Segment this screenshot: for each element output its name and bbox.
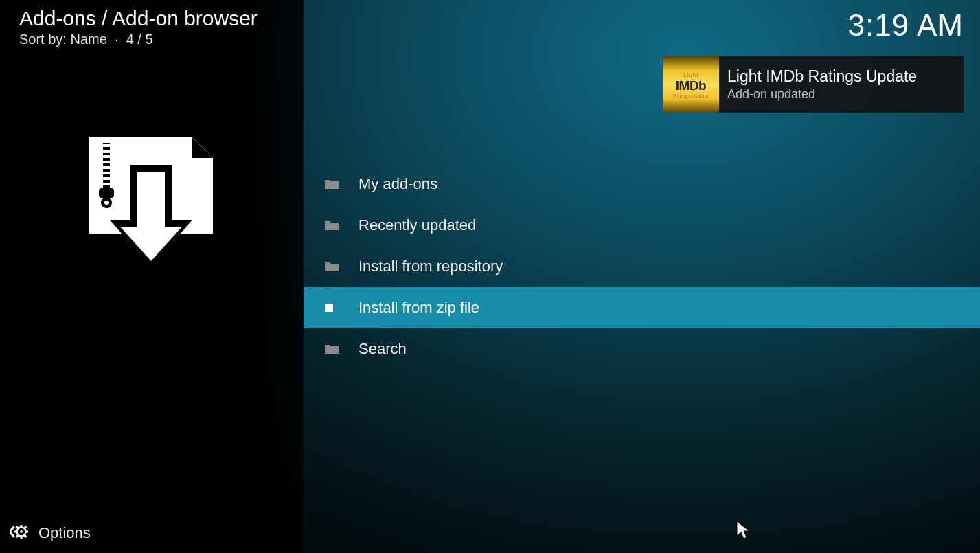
sort-value: Name bbox=[70, 32, 106, 47]
menu-item-label: Install from zip file bbox=[358, 299, 479, 317]
notification-toast: Light IMDb Ratings Update Light IMDb Rat… bbox=[663, 56, 964, 113]
footer-bar: Options bbox=[0, 513, 980, 553]
svg-rect-7 bbox=[102, 177, 111, 180]
menu-item-recently-updated[interactable]: Recently updated bbox=[304, 205, 980, 246]
svg-rect-8 bbox=[102, 183, 111, 185]
menu-item-install-from-repository[interactable]: Install from repository bbox=[304, 246, 980, 287]
svg-rect-4 bbox=[102, 161, 111, 163]
sort-line: Sort by: Name · 4 / 5 bbox=[19, 32, 153, 47]
menu-item-label: Recently updated bbox=[358, 216, 476, 234]
folder-icon bbox=[324, 220, 358, 231]
folder-icon bbox=[324, 343, 358, 354]
notification-text: Light IMDb Ratings Update Add-on updated bbox=[719, 67, 917, 102]
svg-rect-2 bbox=[102, 150, 111, 153]
sort-separator: · bbox=[111, 32, 126, 47]
svg-rect-17 bbox=[25, 531, 28, 533]
svg-point-22 bbox=[20, 530, 23, 533]
sort-label: Sort by: bbox=[19, 32, 67, 47]
svg-rect-6 bbox=[102, 172, 111, 174]
folder-icon bbox=[324, 261, 358, 272]
svg-rect-1 bbox=[102, 144, 111, 147]
svg-rect-15 bbox=[21, 535, 23, 539]
menu-item-label: Install from repository bbox=[358, 258, 503, 275]
options-label[interactable]: Options bbox=[38, 524, 91, 542]
zip-install-icon bbox=[82, 137, 220, 278]
addon-menu: My add-ons Recently updated Install from… bbox=[304, 163, 980, 370]
notification-subtitle: Add-on updated bbox=[727, 87, 917, 102]
breadcrumb: Add-ons / Add-on browser bbox=[19, 7, 258, 30]
svg-rect-5 bbox=[102, 166, 111, 169]
folder-icon bbox=[324, 179, 358, 190]
menu-item-my-addons[interactable]: My add-ons bbox=[304, 163, 980, 205]
notification-thumbnail: Light IMDb Ratings Update bbox=[663, 56, 719, 113]
menu-item-label: Search bbox=[358, 340, 407, 358]
file-icon bbox=[324, 303, 358, 313]
menu-item-search[interactable]: Search bbox=[304, 328, 980, 370]
menu-item-label: My add-ons bbox=[358, 175, 437, 193]
item-position: 4 / 5 bbox=[126, 32, 153, 47]
options-icon[interactable] bbox=[10, 524, 29, 542]
menu-item-install-from-zip[interactable]: Install from zip file bbox=[304, 287, 980, 328]
svg-rect-16 bbox=[14, 531, 18, 533]
svg-point-11 bbox=[104, 201, 109, 205]
svg-rect-12 bbox=[325, 304, 333, 312]
clock: 3:19 AM bbox=[848, 8, 964, 43]
notification-title: Light IMDb Ratings Update bbox=[727, 67, 917, 86]
svg-rect-14 bbox=[21, 525, 23, 528]
svg-rect-3 bbox=[102, 155, 111, 158]
svg-rect-9 bbox=[99, 188, 114, 198]
sidebar-panel: Add-ons / Add-on browser Sort by: Name ·… bbox=[0, 0, 304, 553]
